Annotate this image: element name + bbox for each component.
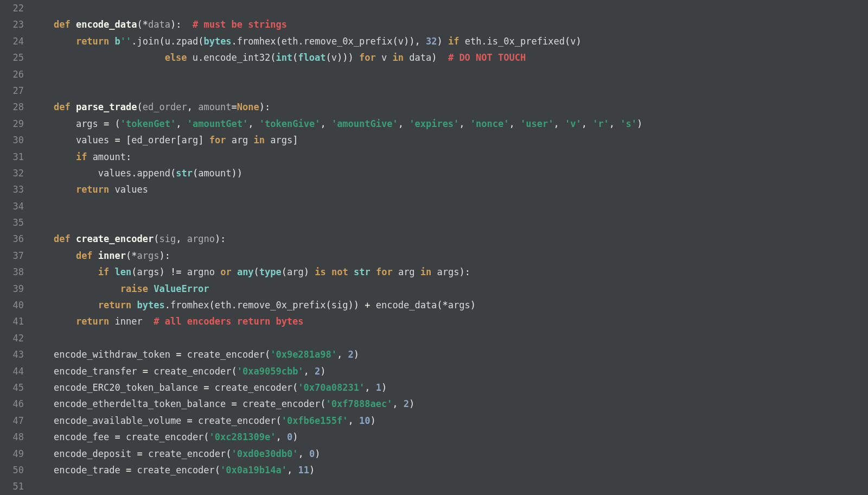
line-number: 42 — [4, 330, 24, 346]
code-line[interactable]: return bytes.fromhex(eth.remove_0x_prefi… — [31, 297, 868, 313]
line-number: 39 — [4, 281, 24, 297]
line-number: 22 — [4, 0, 24, 16]
line-number: 27 — [4, 82, 24, 99]
line-number: 46 — [4, 396, 24, 412]
line-number: 30 — [4, 132, 24, 148]
code-line[interactable] — [31, 478, 868, 494]
code-line[interactable]: encode_deposit = create_encoder('0xd0e30… — [31, 446, 868, 462]
code-line[interactable]: raise ValueError — [31, 281, 868, 297]
code-line[interactable]: return values — [31, 181, 868, 198]
code-line[interactable]: else u.encode_int32(int(float(v))) for v… — [31, 49, 868, 66]
line-number: 49 — [4, 446, 24, 462]
code-line[interactable]: values = [ed_order[arg] for arg in args] — [31, 132, 868, 148]
line-number-gutter: 2223242526272829303132333435363738394041… — [0, 0, 31, 495]
code-line[interactable]: values.append(str(amount)) — [31, 165, 868, 181]
code-line[interactable]: if amount: — [31, 149, 868, 165]
code-line[interactable]: def parse_trade(ed_order, amount=None): — [31, 99, 868, 115]
code-line[interactable]: if len(args) != argno or any(type(arg) i… — [31, 264, 868, 280]
line-number: 35 — [4, 214, 24, 231]
line-number: 36 — [4, 231, 24, 247]
line-number: 29 — [4, 116, 24, 132]
code-line[interactable]: encode_available_volume = create_encoder… — [31, 412, 868, 429]
code-line[interactable]: encode_trade = create_encoder('0x0a19b14… — [31, 462, 868, 478]
code-line[interactable]: encode_fee = create_encoder('0xc281309e'… — [31, 429, 868, 445]
code-line[interactable]: return b''.join(u.zpad(bytes.fromhex(eth… — [31, 33, 868, 49]
line-number: 38 — [4, 264, 24, 280]
code-line[interactable] — [31, 198, 868, 214]
line-number: 51 — [4, 478, 24, 494]
line-number: 45 — [4, 379, 24, 396]
code-line[interactable] — [31, 66, 868, 82]
code-editor[interactable]: 2223242526272829303132333435363738394041… — [0, 0, 868, 495]
code-line[interactable]: encode_withdraw_token = create_encoder('… — [31, 346, 868, 363]
line-number: 25 — [4, 49, 24, 66]
line-number: 34 — [4, 198, 24, 214]
line-number: 33 — [4, 181, 24, 198]
code-line[interactable]: def create_encoder(sig, argno): — [31, 231, 868, 247]
line-number: 43 — [4, 346, 24, 363]
line-number: 44 — [4, 363, 24, 379]
code-line[interactable] — [31, 330, 868, 346]
code-line[interactable] — [31, 82, 868, 99]
line-number: 24 — [4, 33, 24, 49]
line-number: 28 — [4, 99, 24, 115]
line-number: 41 — [4, 313, 24, 329]
code-line[interactable]: def inner(*args): — [31, 248, 868, 264]
code-line[interactable] — [31, 0, 868, 16]
code-line[interactable]: args = ('tokenGet', 'amountGet', 'tokenG… — [31, 116, 868, 132]
code-line[interactable]: encode_etherdelta_token_balance = create… — [31, 396, 868, 412]
line-number: 47 — [4, 412, 24, 429]
line-number: 40 — [4, 297, 24, 313]
code-area[interactable]: def encode_data(*data): # must be string… — [31, 0, 868, 495]
line-number: 31 — [4, 149, 24, 165]
line-number: 26 — [4, 66, 24, 82]
code-line[interactable]: def encode_data(*data): # must be string… — [31, 16, 868, 33]
line-number: 50 — [4, 462, 24, 478]
line-number: 48 — [4, 429, 24, 445]
code-line[interactable] — [31, 214, 868, 231]
line-number: 37 — [4, 248, 24, 264]
line-number: 32 — [4, 165, 24, 181]
code-line[interactable]: encode_transfer = create_encoder('0xa905… — [31, 363, 868, 379]
code-line[interactable]: encode_ERC20_token_balance = create_enco… — [31, 379, 868, 396]
code-line[interactable]: return inner # all encoders return bytes — [31, 313, 868, 329]
line-number: 23 — [4, 16, 24, 33]
